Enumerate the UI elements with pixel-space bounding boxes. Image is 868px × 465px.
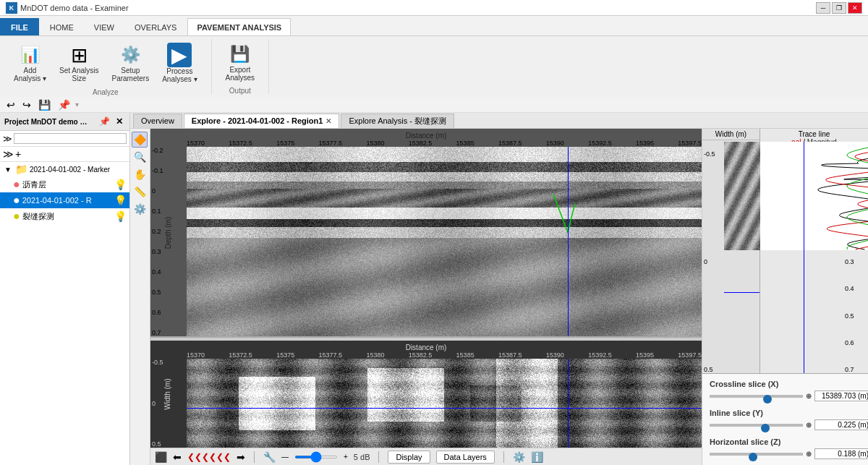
title-bar: K MnDOT demo data - Examiner ─ ❐ ✕ [0,0,868,16]
export-analyses-button[interactable]: 💾 ExportAnalyses [221,39,260,85]
selected-badge-icon: 💡 [114,195,127,206]
sidebar-search-input[interactable] [14,133,127,144]
play-prev-button[interactable]: ⬛ [155,451,167,463]
tool-btn-1[interactable]: 🔧 [263,451,276,463]
crossline-value: 15389.703 (m) [814,391,868,401]
setup-icon: ⚙️ [119,43,142,67]
close-button[interactable]: ✕ [848,2,862,14]
tool-measure[interactable]: 📏 [132,184,148,200]
top-y-ruler: -0.2 -0.1 0 0.1 0.2 0.3 0.4 0.5 0.6 0.7 [152,147,187,336]
tree-item-selected[interactable]: ● 2021-04-01-002 - R 💡 [0,192,129,208]
horizontal-value: 0.188 (m) [814,448,868,459]
tool-annotate[interactable]: ⚙️ [132,201,148,217]
qa-pin-button[interactable]: 📌 [56,99,72,111]
sidebar-search-row: ≫ [0,131,129,147]
gain-slider[interactable] [294,456,338,458]
sidebar-close-button[interactable]: ✕ [114,116,125,127]
tree-item-folder[interactable]: ▼ 📁 2021-04-01-002 - Marker [0,162,129,176]
crack-badge-icon: 💡 [114,210,127,222]
width-panel: Width (m) -0.5 0 0.5 [702,129,760,373]
inline-plus-icon: ⊕ [806,421,812,429]
display-button[interactable]: Display [388,451,430,464]
minimize-button[interactable]: ─ [816,2,830,14]
undo-button[interactable]: ↩ [4,99,17,111]
tab-file[interactable]: FILE [0,18,39,35]
right-panel: Width (m) -0.5 0 0.5 Trace lineeal [702,129,868,465]
redo-button[interactable]: ↪ [20,99,33,111]
tool-zoom[interactable]: 🔍 [132,149,148,165]
tab-overview[interactable]: Overview [133,114,182,128]
toolbar-separator-2 [378,451,379,463]
tab-pavement-analysis[interactable]: PAVEMENT ANALYSIS [187,18,291,35]
sliders-panel: Crossline slice (X) ⊕ 15389.703 (m) Inli… [702,374,868,465]
tool-pan[interactable]: ✋ [132,166,148,182]
right-panel-top: Width (m) -0.5 0 0.5 Trace lineeal [702,129,868,374]
crossline-slider-group: Crossline slice (X) ⊕ 15389.703 (m) [710,380,861,401]
red-arrows-icon: ❮❮❮❮❮❮ [187,452,231,462]
tab-explore-close[interactable]: ✕ [326,117,331,125]
ribbon-content: 📊 AddAnalysis ▾ ⊞ Set AnalysisSize ⚙️ Se… [0,36,868,97]
tool-select[interactable]: 🔶 [132,132,148,148]
set-size-label: Set AnalysisSize [59,67,98,82]
horizontal-slider[interactable] [710,453,803,456]
crack-dot-icon: ● [13,210,20,223]
sidebar-header: Project MnDOT demo data 📌 ✕ [0,113,129,131]
ribbon-tabs: FILE HOME VIEW OVERLAYS PAVEMENT ANALYSI… [0,16,868,36]
nav-right-button[interactable]: ➡ [237,451,245,463]
tree-expand-icon: ▼ [3,166,13,174]
crossline-plus-icon: ⊕ [806,392,812,400]
data-layers-button[interactable]: Data Layers [436,451,495,464]
tab-explore-label: Explore - 2021-04-01-002 - Region1 [192,116,323,125]
analyze-group-label: Analyze [93,88,119,96]
sidebar-pin-button[interactable]: 📌 [97,116,112,127]
add-analysis-button[interactable]: 📊 AddAnalysis ▾ [9,40,51,86]
gain-minus: — [281,453,289,461]
gain-label: 5 dB [354,453,370,461]
ribbon-group-analyze: 📊 AddAnalysis ▾ ⊞ Set AnalysisSize ⚙️ Se… [6,39,212,94]
crossline-slider[interactable] [710,395,803,398]
save-button[interactable]: 💾 [36,99,53,111]
tab-overlays[interactable]: OVERLAYS [125,18,187,35]
add-analysis-icon: 📊 [19,43,42,67]
ribbon-group-output: 💾 ExportAnalyses Output [218,39,270,94]
horizontal-plus-icon: ⊕ [806,450,812,458]
process-analyses-button[interactable]: ▶ ProcessAnalyses ▾ [157,39,202,87]
sidebar-chevron: ≫ [3,134,12,144]
radar-container: Distance (m) Depth (m) 15370 15372.5 153… [150,129,702,465]
inline-slider-group: Inline slice (Y) ⊕ 0.225 (m) [710,409,861,430]
qa-more[interactable]: ▾ [75,101,79,108]
sidebar-expand-all[interactable]: ≫ [3,148,14,160]
nav-left-button[interactable]: ⬅ [173,451,182,463]
crosshair-vertical-bottom [568,359,569,448]
info-icon-btn[interactable]: ℹ️ [531,451,543,463]
setup-parameters-button[interactable]: ⚙️ SetupParameters [107,40,155,86]
add-analysis-label: AddAnalysis ▾ [14,67,46,82]
tab-explore-analysis[interactable]: Explore Analysis - 裂缝探测 [341,114,454,128]
selected-dot-icon: ● [13,194,20,207]
width-crosshair [724,292,760,293]
asphalt-badge-icon: 💡 [114,179,127,190]
asphalt-dot-icon: ● [13,178,20,191]
radar-bottom-view[interactable]: Distance (m) Width (m) 15370 15372.5 153… [150,341,702,448]
tree-item-crack[interactable]: ● 裂缝探测 💡 [0,208,129,224]
radar-top-view[interactable]: Distance (m) Depth (m) 15370 15372.5 153… [150,129,702,338]
tab-home[interactable]: HOME [41,18,83,35]
width-y-ruler: -0.5 0 0.5 [704,150,726,373]
set-size-icon: ⊞ [67,43,90,67]
inline-slider[interactable] [710,424,803,427]
crosshair-vertical-top [568,147,569,336]
set-analysis-size-button[interactable]: ⊞ Set AnalysisSize [54,40,103,86]
trace-crosshair [804,142,804,373]
export-icon: 💾 [229,43,252,66]
bottom-x-ruler: 15370 15372.5 15375 15377.5 15380 15382.… [187,351,702,359]
sidebar-title: Project MnDOT demo data [4,118,91,126]
sidebar-add[interactable]: + [15,148,21,160]
restore-button[interactable]: ❐ [832,2,846,14]
settings-icon-btn[interactable]: ⚙️ [513,451,525,463]
tab-explore[interactable]: Explore - 2021-04-01-002 - Region1 ✕ [184,114,340,128]
tab-view[interactable]: VIEW [85,18,124,35]
tree-item-asphalt[interactable]: ● 沥青层 💡 [0,176,129,192]
bottom-toolbar: ⬛ ⬅ ❮❮❮❮❮❮ ➡ 🔧 — + 5 dB Display Data Lay… [150,448,702,465]
tab-explore-analysis-label: Explore Analysis - 裂缝探测 [349,116,446,127]
main-layout: Project MnDOT demo data 📌 ✕ ≫ ≫ + ▼ 📁 20… [0,113,868,465]
